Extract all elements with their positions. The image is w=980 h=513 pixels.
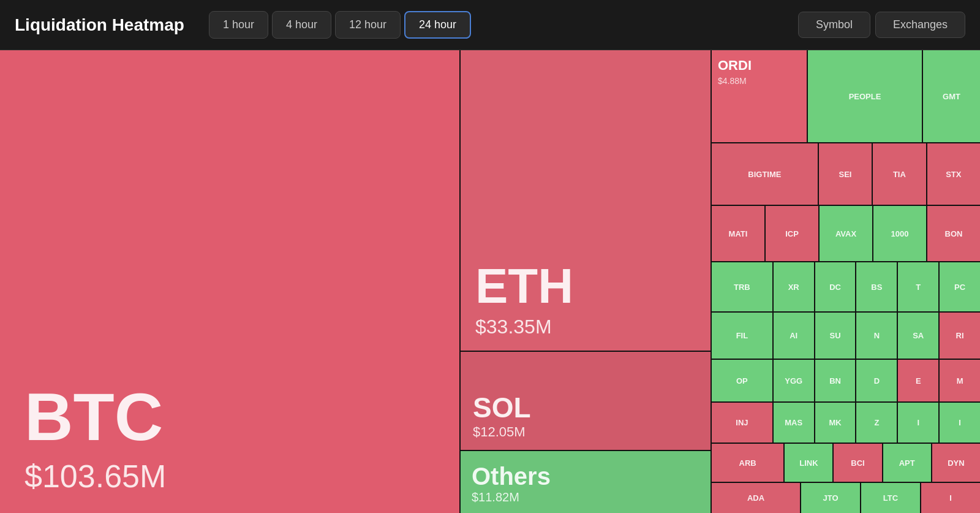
inj-cell[interactable]: INJ bbox=[712, 403, 772, 443]
right-row-4: TRB XR DC BS T PC bbox=[712, 262, 980, 311]
header: Liquidation Heatmap 1 hour 4 hour 12 hou… bbox=[0, 0, 980, 50]
thousand-cell[interactable]: 1000 bbox=[873, 206, 926, 261]
btc-symbol: BTC bbox=[24, 383, 435, 450]
sol-amount: $12.05M bbox=[473, 424, 698, 440]
symbol-button[interactable]: Symbol bbox=[798, 12, 870, 38]
ltc-cell[interactable]: LTC bbox=[861, 483, 920, 513]
exchanges-button[interactable]: Exchanges bbox=[875, 12, 965, 38]
link-cell[interactable]: LINK bbox=[785, 444, 832, 482]
right-row-9: ADA JTO LTC I bbox=[712, 483, 980, 513]
mas-cell[interactable]: MAS bbox=[774, 403, 814, 443]
btc-cell[interactable]: BTC $103.65M bbox=[0, 50, 459, 513]
others-amount: $11.82M bbox=[472, 490, 699, 504]
ordi-amount: $4.88M bbox=[718, 76, 801, 86]
bci-cell[interactable]: BCI bbox=[834, 444, 881, 482]
eth-cell[interactable]: ETH $33.35M bbox=[461, 50, 710, 351]
bs-cell[interactable]: BS bbox=[856, 262, 897, 311]
bigtime-cell[interactable]: BIGTIME bbox=[712, 143, 818, 205]
mk-cell[interactable]: MK bbox=[815, 403, 856, 443]
ai-cell[interactable]: AI bbox=[774, 313, 814, 359]
ada-cell[interactable]: ADA bbox=[712, 483, 800, 513]
i1-cell[interactable]: I bbox=[898, 403, 938, 443]
fil-cell[interactable]: FIL bbox=[712, 313, 772, 359]
filter-12hour[interactable]: 12 hour bbox=[335, 11, 401, 39]
right-row-7: INJ MAS MK Z I I bbox=[712, 403, 980, 443]
sol-cell[interactable]: SOL $12.05M bbox=[461, 352, 710, 450]
eth-symbol: ETH bbox=[475, 262, 696, 311]
d-cell[interactable]: D bbox=[856, 360, 897, 401]
sei-cell[interactable]: SEI bbox=[819, 143, 872, 205]
others-symbol: Others bbox=[472, 463, 699, 490]
ordi-symbol: ORDI bbox=[718, 58, 801, 74]
ri-cell[interactable]: RI bbox=[940, 313, 980, 359]
apt-cell[interactable]: APT bbox=[883, 444, 931, 482]
ordi-cell[interactable]: ORDI $4.88M bbox=[712, 50, 807, 142]
i2-cell[interactable]: I bbox=[940, 403, 980, 443]
arb-cell[interactable]: ARB bbox=[712, 444, 783, 482]
sol-symbol: SOL bbox=[473, 391, 698, 424]
right-column: ORDI $4.88M PEOPLE GMT BIGTIME SEI TIA S… bbox=[712, 50, 980, 513]
time-filters: 1 hour 4 hour 12 hour 24 hour bbox=[209, 11, 471, 39]
gmt-cell[interactable]: GMT bbox=[923, 50, 980, 142]
m-cell[interactable]: M bbox=[940, 360, 980, 401]
app-title: Liquidation Heatmap bbox=[15, 15, 184, 35]
bon-cell[interactable]: BON bbox=[927, 206, 980, 261]
jto-cell[interactable]: JTO bbox=[801, 483, 860, 513]
trb-cell[interactable]: TRB bbox=[712, 262, 772, 311]
dc-cell[interactable]: DC bbox=[815, 262, 856, 311]
xr-cell[interactable]: XR bbox=[774, 262, 814, 311]
bn-cell[interactable]: BN bbox=[815, 360, 856, 401]
filter-4hour[interactable]: 4 hour bbox=[272, 11, 331, 39]
right-row-1: ORDI $4.88M PEOPLE GMT bbox=[712, 50, 980, 142]
avax-cell[interactable]: AVAX bbox=[820, 206, 872, 261]
filter-24hour[interactable]: 24 hour bbox=[404, 11, 471, 39]
right-filters: Symbol Exchanges bbox=[798, 12, 965, 38]
right-row-6: OP YGG BN D E M bbox=[712, 360, 980, 401]
z-cell[interactable]: Z bbox=[856, 403, 897, 443]
i3-cell[interactable]: I bbox=[921, 483, 980, 513]
mid-column: ETH $33.35M SOL $12.05M Others $11.82M bbox=[461, 50, 710, 513]
stx-cell[interactable]: STX bbox=[927, 143, 980, 205]
others-cell[interactable]: Others $11.82M bbox=[461, 451, 710, 513]
people-cell[interactable]: PEOPLE bbox=[808, 50, 922, 142]
treemap: BTC $103.65M ETH $33.35M SOL $12.05M Oth… bbox=[0, 50, 980, 513]
e-cell[interactable]: E bbox=[898, 360, 938, 401]
tia-cell[interactable]: TIA bbox=[873, 143, 925, 205]
eth-amount: $33.35M bbox=[475, 316, 696, 338]
right-row-5: FIL AI SU N SA RI bbox=[712, 313, 980, 359]
right-row-2: BIGTIME SEI TIA STX bbox=[712, 143, 980, 205]
icp-cell[interactable]: ICP bbox=[766, 206, 818, 261]
mati-cell[interactable]: MATI bbox=[712, 206, 764, 261]
pc-cell[interactable]: PC bbox=[940, 262, 980, 311]
sun-cell[interactable]: SU bbox=[815, 313, 856, 359]
right-row-3: MATI ICP AVAX 1000 BON bbox=[712, 206, 980, 261]
sa-cell[interactable]: SA bbox=[898, 313, 938, 359]
filter-1hour[interactable]: 1 hour bbox=[209, 11, 268, 39]
op-cell[interactable]: OP bbox=[712, 360, 772, 401]
t-cell[interactable]: T bbox=[898, 262, 938, 311]
ygg-cell[interactable]: YGG bbox=[774, 360, 814, 401]
right-row-8: ARB LINK BCI APT DYN bbox=[712, 444, 980, 482]
dyn-cell[interactable]: DYN bbox=[932, 444, 980, 482]
n-cell[interactable]: N bbox=[856, 313, 897, 359]
btc-amount: $103.65M bbox=[24, 458, 435, 495]
